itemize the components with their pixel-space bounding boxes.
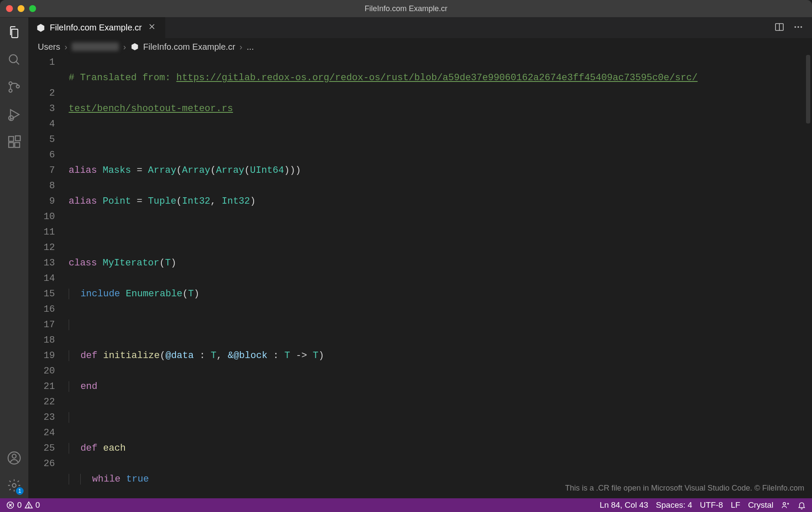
breadcrumb-root[interactable]: Users [38, 42, 60, 52]
scrollbar-thumb[interactable] [806, 55, 810, 123]
explorer-icon[interactable] [6, 24, 23, 41]
search-icon[interactable] [6, 51, 23, 68]
svg-point-12 [12, 454, 16, 458]
svg-point-3 [9, 89, 12, 92]
tab-label: FileInfo.com Example.cr [50, 23, 142, 33]
traffic-lights [6, 5, 36, 12]
file-hexagon-icon [130, 42, 139, 51]
svg-point-28 [783, 503, 786, 505]
chevron-right-icon: › [123, 42, 126, 52]
source-control-icon[interactable] [6, 78, 23, 96]
breadcrumb-file[interactable]: FileInfo.com Example.cr [143, 42, 236, 52]
window-title: FileInfo.com Example.cr [0, 4, 812, 13]
status-problems[interactable]: 0 0 [6, 500, 40, 510]
status-language[interactable]: Crystal [748, 500, 773, 510]
breadcrumb-redacted [72, 42, 119, 51]
source-url-link[interactable]: https://gitlab.redox-os.org/redox-os/rus… [176, 72, 698, 83]
tab-active[interactable]: FileInfo.com Example.cr [28, 17, 166, 38]
svg-marker-22 [131, 43, 138, 51]
svg-rect-10 [15, 136, 20, 141]
breadcrumb[interactable]: Users › › FileInfo.com Example.cr › ... [28, 39, 812, 55]
window-minimize-button[interactable] [18, 5, 24, 12]
file-hexagon-icon [36, 23, 45, 33]
line-number-gutter: 1 23456789101112131415161718192021222324… [28, 55, 66, 498]
chevron-right-icon: › [239, 42, 242, 52]
tabs-row: FileInfo.com Example.cr [28, 17, 812, 39]
svg-point-13 [12, 484, 16, 488]
svg-marker-14 [37, 24, 45, 31]
status-bar: 0 0 Ln 84, Col 43 Spaces: 4 UTF-8 LF Cry… [0, 498, 812, 512]
status-feedback-icon[interactable] [781, 501, 790, 509]
status-encoding[interactable]: UTF-8 [700, 500, 723, 510]
source-url-link[interactable]: test/bench/shootout-meteor.rs [69, 103, 233, 114]
settings-badge: 1 [16, 487, 24, 495]
run-debug-icon[interactable] [6, 106, 23, 123]
svg-line-1 [16, 62, 19, 65]
settings-gear-icon[interactable]: 1 [6, 477, 23, 494]
titlebar: FileInfo.com Example.cr [0, 0, 812, 17]
status-indent[interactable]: Spaces: 4 [656, 500, 692, 510]
breadcrumb-tail[interactable]: ... [247, 42, 254, 52]
watermark-text: This is a .CR file open in Microsoft Vis… [565, 480, 804, 496]
extensions-icon[interactable] [6, 133, 23, 151]
svg-point-19 [794, 26, 796, 28]
code-editor[interactable]: 1 23456789101112131415161718192021222324… [28, 55, 812, 498]
status-eol[interactable]: LF [731, 500, 740, 510]
svg-point-0 [9, 55, 17, 63]
chevron-right-icon: › [64, 42, 67, 52]
more-actions-icon[interactable] [793, 22, 803, 34]
status-bell-icon[interactable] [797, 501, 806, 509]
code-content[interactable]: # Translated from: https://gitlab.redox-… [66, 55, 812, 498]
svg-point-2 [9, 82, 12, 85]
svg-marker-5 [11, 110, 19, 120]
svg-rect-8 [9, 142, 13, 147]
status-cursor[interactable]: Ln 84, Col 43 [600, 500, 648, 510]
window-maximize-button[interactable] [29, 5, 36, 12]
svg-rect-9 [15, 142, 19, 147]
window-close-button[interactable] [6, 5, 13, 12]
svg-rect-7 [9, 136, 13, 141]
activity-bar: 1 [0, 17, 28, 498]
editor-scrollbar[interactable] [804, 55, 812, 498]
svg-point-20 [797, 26, 799, 28]
svg-point-21 [800, 26, 802, 28]
account-icon[interactable] [6, 449, 23, 467]
svg-point-27 [28, 506, 29, 507]
split-editor-icon[interactable] [774, 22, 785, 34]
tab-close-icon[interactable] [146, 22, 158, 33]
